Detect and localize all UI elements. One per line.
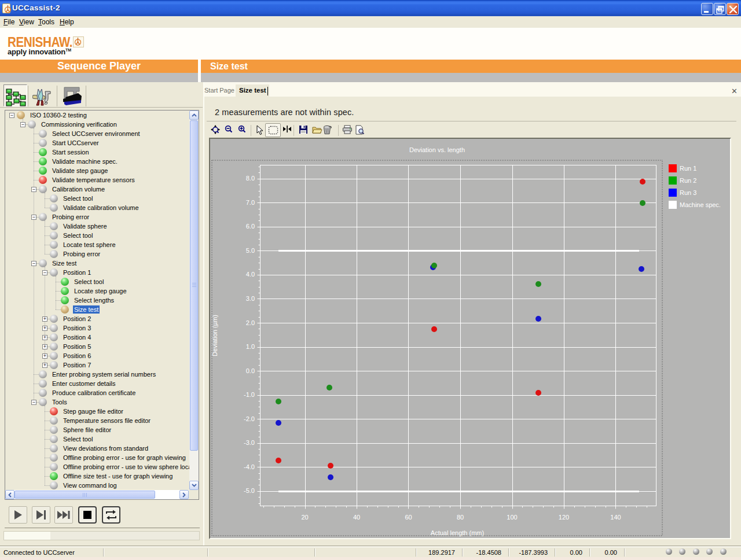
svg-text:-4.0: -4.0	[244, 463, 255, 470]
svg-text:6.0: 6.0	[246, 223, 255, 230]
svg-text:100: 100	[507, 514, 517, 521]
svg-text:8.0: 8.0	[246, 175, 255, 182]
svg-text:40: 40	[353, 514, 360, 521]
svg-text:4.0: 4.0	[246, 271, 255, 278]
svg-text:7.0: 7.0	[246, 199, 255, 206]
svg-text:3.0: 3.0	[246, 295, 255, 302]
svg-text:Deviation (µm): Deviation (µm)	[211, 315, 218, 356]
svg-text:Run 2: Run 2	[680, 177, 696, 184]
svg-text:5.0: 5.0	[246, 247, 255, 254]
svg-text:140: 140	[610, 514, 621, 521]
svg-text:2.0: 2.0	[246, 319, 255, 326]
svg-text:-3.0: -3.0	[244, 439, 255, 446]
svg-text:Actual length (mm): Actual length (mm)	[431, 529, 484, 536]
svg-text:1.0: 1.0	[246, 343, 255, 350]
svg-text:0.0: 0.0	[246, 367, 255, 374]
svg-text:Deviation vs. length: Deviation vs. length	[409, 146, 465, 153]
svg-text:Machine spec.: Machine spec.	[680, 201, 721, 208]
svg-text:Run 1: Run 1	[680, 165, 696, 172]
svg-text:-5.0: -5.0	[244, 487, 255, 494]
svg-text:20: 20	[301, 514, 308, 521]
svg-text:-2.0: -2.0	[244, 415, 255, 422]
svg-text:80: 80	[457, 514, 464, 521]
svg-text:120: 120	[559, 514, 569, 521]
svg-text:Run 3: Run 3	[680, 189, 696, 196]
svg-text:-1.0: -1.0	[244, 391, 255, 398]
svg-text:60: 60	[405, 514, 412, 521]
